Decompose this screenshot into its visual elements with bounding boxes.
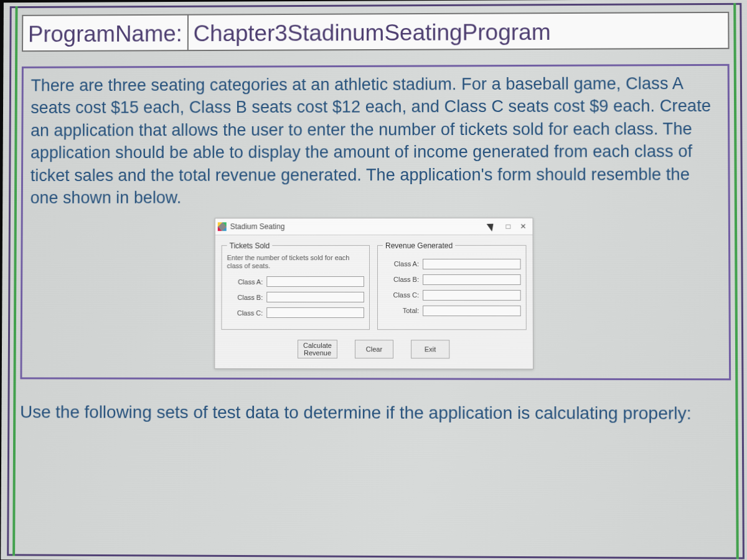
revenue-class-c-output (423, 290, 521, 301)
revenue-class-b-row: Class B: (383, 274, 521, 285)
mock-form-body: Tickets Sold Enter the number of tickets… (215, 235, 532, 331)
description-panel: There are three seating categories at an… (20, 64, 731, 380)
revenue-class-a-label: Class A: (383, 260, 419, 268)
revenue-group: Revenue Generated Class A: Class B: Clas… (377, 241, 527, 330)
exit-button[interactable]: Exit (411, 340, 449, 358)
tickets-class-a-label: Class A: (227, 278, 263, 286)
page: ProgramName: Chapter3StadinumSeatingProg… (1, 0, 747, 560)
tickets-sold-legend: Tickets Sold (227, 241, 273, 250)
revenue-class-c-label: Class C: (383, 291, 419, 299)
footer-text: Use the following sets of test data to d… (20, 400, 731, 425)
tickets-class-b-row: Class B: (227, 292, 364, 302)
mock-form-title: Stadium Seating (230, 222, 488, 230)
revenue-total-label: Total: (383, 307, 419, 314)
description-text: There are three seating categories at an… (31, 72, 721, 209)
app-icon (218, 222, 227, 231)
calculate-revenue-button[interactable]: Calculate Revenue (298, 340, 337, 358)
tickets-class-a-input[interactable] (266, 276, 364, 287)
program-name-value: Chapter3StadinumSeatingProgram (189, 13, 728, 50)
tickets-class-c-input[interactable] (266, 307, 364, 318)
tickets-class-c-row: Class C: (227, 307, 364, 318)
revenue-class-b-output (423, 274, 521, 285)
maximize-icon[interactable]: □ (504, 222, 512, 230)
program-name-label: ProgramName: (23, 16, 189, 50)
clear-button[interactable]: Clear (355, 340, 393, 358)
mock-form-buttons: Calculate Revenue Clear Exit (215, 331, 533, 369)
content-area: ProgramName: Chapter3StadinumSeatingProg… (19, 12, 731, 551)
revenue-class-c-row: Class C: (383, 290, 521, 301)
revenue-class-a-output (423, 259, 521, 269)
revenue-total-output (423, 306, 521, 316)
program-name-row: ProgramName: Chapter3StadinumSeatingProg… (22, 12, 729, 52)
revenue-total-row: Total: (383, 306, 521, 316)
tickets-sold-group: Tickets Sold Enter the number of tickets… (221, 241, 370, 330)
tickets-class-a-row: Class A: (227, 276, 364, 287)
window-controls: □ ✕ (504, 222, 530, 230)
revenue-legend: Revenue Generated (383, 241, 455, 250)
cursor-icon (487, 221, 497, 231)
tickets-class-c-label: Class C: (227, 309, 263, 316)
tickets-class-b-label: Class B: (227, 293, 263, 301)
mock-form-window: Stadium Seating □ ✕ Tickets Sold Enter t… (214, 217, 533, 369)
revenue-class-a-row: Class A: (383, 259, 521, 269)
revenue-class-b-label: Class B: (383, 276, 419, 283)
mock-form-titlebar[interactable]: Stadium Seating □ ✕ (215, 218, 533, 235)
close-icon[interactable]: ✕ (519, 222, 527, 230)
tickets-class-b-input[interactable] (266, 292, 364, 302)
tickets-sold-hint: Enter the number of tickets sold for eac… (227, 254, 364, 270)
